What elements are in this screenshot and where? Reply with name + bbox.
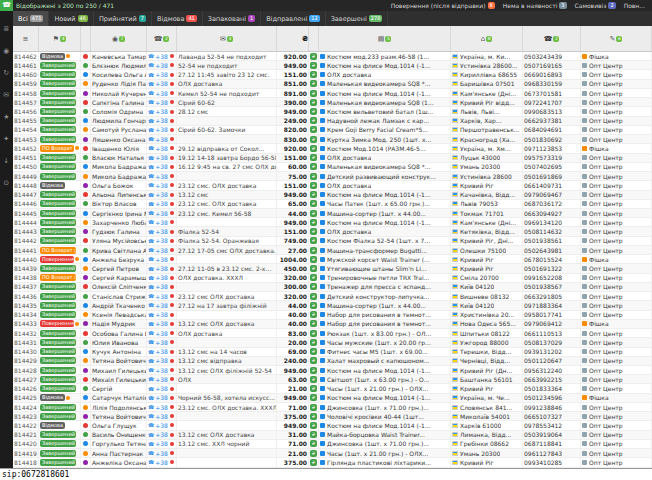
- call-button[interactable]: ☎ +38: [147, 440, 177, 448]
- table-row[interactable]: 814424 Завершений Лілія Подолянська ☎ +3…: [13, 403, 652, 412]
- download-icon[interactable]: ↓: [3, 157, 9, 165]
- table-row[interactable]: 814449 Завершений Микола Бадражан ☎ +38 …: [13, 172, 652, 181]
- favorites-icon[interactable]: ★: [3, 113, 9, 121]
- tab-completed[interactable]: Завершені278: [326, 11, 389, 26]
- call-button[interactable]: ☎ +38: [147, 181, 177, 189]
- column-header-address[interactable]: ⌂8: [451, 26, 523, 51]
- table-row[interactable]: 814421 Завершений Василь Онищенко ☎ +38 …: [13, 431, 652, 440]
- call-button[interactable]: ☎ +38: [147, 311, 177, 319]
- table-row[interactable]: 814420 Завершений Горгулько Тетяна В... …: [13, 440, 652, 449]
- call-button[interactable]: ☎ +38: [147, 144, 177, 152]
- call-button[interactable]: ☎ +38: [147, 89, 177, 97]
- tab-out-of-stock[interactable]: Нема в наявності3: [499, 2, 571, 9]
- column-header-sum[interactable]: ₴: [277, 26, 309, 51]
- call-button[interactable]: ☎ +38: [147, 431, 177, 439]
- table-row[interactable]: 814462 Відмова Каневська Тамара ☎ +38 Ла…: [13, 52, 652, 61]
- call-button[interactable]: ☎ +38: [147, 227, 177, 235]
- call-button[interactable]: ☎ +38: [147, 421, 177, 429]
- table-row[interactable]: 814422 Відмова Ольга Глущук ☎ +38 949.00…: [13, 421, 652, 430]
- tab-all[interactable]: Всі471: [13, 11, 49, 26]
- table-row[interactable]: 814426 Завершений Сергій ☎ +38 21.00 ₴ Ч…: [13, 384, 652, 393]
- table-row[interactable]: 814419 Завершений Анна Пастернак ☎ +38 2…: [13, 449, 652, 458]
- contacts-icon[interactable]: ◉: [3, 47, 9, 55]
- call-button[interactable]: ☎ +38: [147, 98, 177, 106]
- table-row[interactable]: 814429 Завершений Тетяна Войтович ☎ +38 …: [13, 357, 652, 366]
- table-row[interactable]: 814427 Завершений Михаіл Гилецький ☎ +38…: [13, 375, 652, 384]
- call-button[interactable]: ☎ +38: [147, 264, 177, 272]
- tab-pickup[interactable]: Самовивіз2: [571, 2, 620, 9]
- table-row[interactable]: 814452 ПО Возврат ск. Іващенко Юлія ☎ +3…: [13, 144, 652, 153]
- table-row[interactable]: 814435 Завершений Андрій Ткаченко ☎ +38 …: [13, 301, 652, 310]
- call-button[interactable]: ☎ +38: [147, 320, 177, 328]
- call-button[interactable]: ☎ +38: [147, 366, 177, 374]
- call-button[interactable]: ☎ +38: [147, 117, 177, 125]
- table-row[interactable]: 814447 Завершений Альона Липенська ☎ +38…: [13, 191, 652, 200]
- column-header-payment[interactable]: [309, 26, 319, 51]
- apps-icon[interactable]: ✦: [3, 135, 9, 143]
- call-button[interactable]: ☎ +38: [147, 61, 177, 69]
- table-row[interactable]: 814425 Відмова Сатарчук Наталія Б... ☎ +…: [13, 394, 652, 403]
- table-row[interactable]: 814432 Завершений Особова Галина В... ☎ …: [13, 329, 652, 338]
- call-button[interactable]: ☎ +38: [147, 163, 177, 171]
- table-row[interactable]: 814457 Завершений Сапєгіна Галина В... ☎…: [13, 98, 652, 107]
- table-row[interactable]: 814439 Завершений Сергей Петров ☎ +38 27…: [13, 264, 652, 273]
- tab-more[interactable]: Повн...: [620, 2, 649, 9]
- table-row[interactable]: 814418 Завершений Анжеліка Оксана ☎ +38 …: [13, 458, 652, 467]
- column-header-call[interactable]: ☎2: [147, 26, 177, 51]
- column-header-id[interactable]: ≡: [13, 26, 39, 51]
- call-button[interactable]: ☎ +38: [147, 154, 177, 162]
- table-row[interactable]: 814431 Завершений Юлия Иванова ☎ +38 20.…: [13, 338, 652, 347]
- call-button[interactable]: ☎ +38: [147, 458, 177, 466]
- call-button[interactable]: ☎ +38: [147, 301, 177, 309]
- column-header-client[interactable]: ◉7: [91, 26, 147, 51]
- table-row[interactable]: 814453 Завершений Ляшенко Оксана ☎ +38 8…: [13, 135, 652, 144]
- table-row[interactable]: 814455 Завершений Людмила Гончарова ☎ +3…: [13, 117, 652, 126]
- table-row[interactable]: 814436 Завершений Станіслав Стрижак ☎ +3…: [13, 292, 652, 301]
- tab-return-after-shipping[interactable]: Повернення (після відправки)8: [387, 2, 499, 9]
- call-button[interactable]: ☎ +38: [147, 292, 177, 300]
- table-row[interactable]: 814448 Відмова Ольга Божок ☎ +38 23.12 с…: [13, 181, 652, 190]
- call-button[interactable]: ☎ +38: [147, 329, 177, 337]
- call-button[interactable]: ☎ +38: [147, 348, 177, 356]
- table-row[interactable]: 814459 Завершений Руденко Лідія Пав... ☎…: [13, 80, 652, 89]
- menu-icon[interactable]: ≣: [3, 25, 9, 33]
- mail-icon[interactable]: ✉: [3, 91, 9, 99]
- call-button[interactable]: ☎ +38: [147, 412, 177, 420]
- table-row[interactable]: 814454 Завершений Самотуй Руслана В... ☎…: [13, 126, 652, 135]
- table-row[interactable]: 814445 Завершений Сергієнко Ірина М... ☎…: [13, 209, 652, 218]
- table-row[interactable]: 814456 Завершений Соломія Одрина ☎ +38 2…: [13, 107, 652, 116]
- table-row[interactable]: 814430 Завершений Кучук Антоніна ☎ +38 1…: [13, 348, 652, 357]
- table-row[interactable]: 814443 Завершений Гудзюк Галина ☎ +38 Фі…: [13, 227, 652, 236]
- column-header-comment[interactable]: ✉3: [177, 26, 277, 51]
- call-button[interactable]: ☎ +38: [147, 403, 177, 411]
- tab-packed[interactable]: Запаковані1: [203, 11, 261, 26]
- table-row[interactable]: 814441 ПО Возврат ск. Крива Світлана Ан.…: [13, 246, 652, 255]
- call-button[interactable]: ☎ +38: [147, 283, 177, 291]
- call-button[interactable]: ☎ +38: [147, 209, 177, 217]
- call-button[interactable]: ☎ +38: [147, 246, 177, 254]
- refresh-icon[interactable]: ↻: [3, 69, 9, 77]
- table-row[interactable]: 814442 Завершений Уляна Мусійовська ☎ +3…: [13, 237, 652, 246]
- table-row[interactable]: 814428 Завершений Михаил Гилецький ☎ +38…: [13, 366, 652, 375]
- call-button[interactable]: ☎ +38: [147, 135, 177, 143]
- column-header-products[interactable]: ▤5: [319, 26, 451, 51]
- call-button[interactable]: ☎ +38: [147, 237, 177, 245]
- call-button[interactable]: ☎ +38: [147, 70, 177, 78]
- phone-module-icon[interactable]: ☎: [0, 0, 13, 11]
- call-button[interactable]: ☎ +38: [147, 255, 177, 263]
- call-button[interactable]: ☎ +38: [147, 375, 177, 383]
- column-header-courier[interactable]: [81, 26, 91, 51]
- table-row[interactable]: 814444 Завершений Захарченко Люба ☎ +38 …: [13, 218, 652, 227]
- table-row[interactable]: 814438 ПО Возврат ск. Сергей Карамышев ☎…: [13, 274, 652, 283]
- call-button[interactable]: ☎ +38: [147, 274, 177, 282]
- call-button[interactable]: ☎ +38: [147, 80, 177, 88]
- column-header-status[interactable]: ⚑4: [39, 26, 81, 51]
- table-row[interactable]: 814458 Завершений Николай Кучеренко ☎ +3…: [13, 89, 652, 98]
- call-button[interactable]: ☎ +38: [147, 172, 177, 180]
- table-row[interactable]: 814437 Завершений Олексій Сліпченко ☎ +3…: [13, 283, 652, 292]
- tab-new[interactable]: Новий46: [49, 11, 94, 26]
- table-row[interactable]: 814451 Завершений Власюк Наталья ☎ +38 1…: [13, 154, 652, 163]
- tab-declined[interactable]: Відмова41: [152, 11, 203, 26]
- table-row[interactable]: 814433 Повернення (з... Надія Мудрик ☎ +…: [13, 320, 652, 329]
- power-icon[interactable]: ⊙: [3, 179, 9, 187]
